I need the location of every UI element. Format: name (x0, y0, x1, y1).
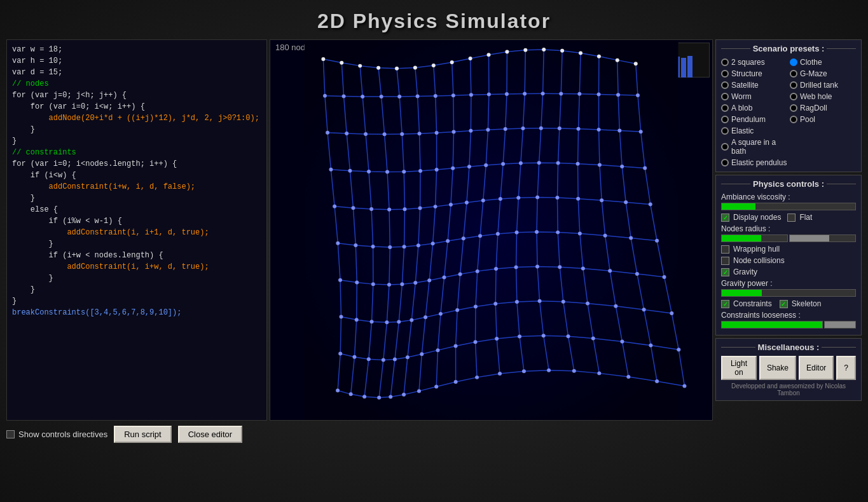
svg-point-138 (515, 300, 519, 304)
svg-point-11 (505, 50, 509, 54)
svg-point-7 (432, 64, 436, 67)
svg-point-148 (382, 358, 385, 362)
radio-drilled-tank[interactable] (790, 81, 797, 89)
svg-point-42 (418, 132, 422, 135)
svg-point-35 (616, 93, 620, 97)
preset-a-blob[interactable]: A blob (721, 103, 787, 113)
radio-worm[interactable] (721, 93, 729, 100)
svg-point-89 (624, 200, 628, 204)
credit-text: Developped and awesomized by Nicolas Tam… (721, 383, 856, 397)
preset-satellite[interactable]: Satellite (721, 80, 787, 90)
svg-point-75 (369, 207, 373, 211)
preset-drilled-tank[interactable]: Drilled tank (790, 80, 856, 90)
light-on-button[interactable]: Light on (721, 356, 757, 380)
close-editor-button[interactable]: Close editor (178, 426, 242, 443)
svg-point-86 (555, 196, 559, 200)
preset-pendulum[interactable]: Pendulum (721, 114, 787, 125)
radio-pendulum[interactable] (721, 116, 729, 123)
radio-2-squares[interactable] (721, 58, 729, 66)
preset-a-square-in-a-bath[interactable]: A square in a bath (721, 137, 787, 156)
nodes-radius-slider-1[interactable] (721, 234, 788, 242)
preset-elastic[interactable]: Elastic (721, 126, 787, 136)
simulation-canvas[interactable]: 180 nodes 604 constraints 66 fps (270, 39, 713, 421)
svg-point-80 (449, 203, 453, 207)
constraints-looseness-slider-1[interactable] (721, 321, 823, 329)
radio-satellite[interactable] (721, 81, 729, 89)
radio-g-maze[interactable] (790, 70, 797, 78)
physics-controls-section: Physics controls : Ambiance viscosity : … (715, 175, 862, 336)
node-collisions-checkbox[interactable] (721, 257, 729, 265)
preset-g-maze[interactable]: G-Maze (790, 69, 856, 79)
svg-point-46 (486, 128, 490, 132)
ambiance-viscosity-slider[interactable] (721, 203, 856, 210)
preset-pool[interactable]: Pool (790, 114, 856, 125)
editor-button[interactable]: Editor (799, 356, 834, 380)
preset-worm[interactable]: Worm (721, 92, 787, 102)
preset-web-hole[interactable]: Web hole (790, 92, 856, 102)
svg-point-85 (535, 196, 539, 200)
svg-point-128 (355, 318, 359, 322)
preset-ragdoll[interactable]: RagDoll (790, 103, 856, 113)
radio-a-square-in-a-bath[interactable] (721, 143, 729, 151)
radio-a-blob[interactable] (721, 104, 729, 112)
radio-web-hole[interactable] (790, 93, 797, 100)
skeleton-checkbox[interactable] (780, 300, 788, 308)
svg-point-103 (535, 230, 539, 234)
preset-structure[interactable]: Structure (721, 69, 787, 79)
help-button[interactable]: ? (836, 356, 856, 380)
constraints-looseness-slider-2[interactable] (824, 321, 856, 329)
svg-point-76 (387, 208, 391, 212)
title-bar: 2D Physics Simulator (0, 0, 868, 39)
wrapping-hull-checkbox[interactable] (721, 245, 729, 254)
nodes-radius-label: Nodes radius : (721, 224, 856, 233)
svg-point-111 (371, 282, 375, 286)
radio-pool[interactable] (790, 116, 797, 123)
svg-point-79 (434, 205, 437, 208)
svg-point-113 (400, 282, 404, 286)
svg-point-124 (608, 269, 612, 273)
svg-point-153 (454, 344, 458, 348)
radio-elastic-pendulus[interactable] (721, 159, 729, 166)
svg-point-30 (523, 92, 527, 95)
nodes-radius-slider-2[interactable] (789, 234, 856, 242)
shake-button[interactable]: Shake (759, 356, 796, 380)
svg-point-15 (579, 51, 582, 55)
preset-clothe[interactable]: Clothe (790, 57, 856, 67)
show-controls-checkbox[interactable] (6, 430, 15, 438)
svg-point-169 (417, 389, 421, 393)
run-script-button[interactable]: Run script (114, 426, 172, 443)
code-editor[interactable]: var w = 18;var h = 10;var d = 15;// node… (6, 39, 267, 421)
preset-2-squares[interactable]: 2 squares (721, 57, 787, 67)
svg-point-133 (424, 315, 427, 319)
constraints-checkbox[interactable] (721, 300, 729, 308)
svg-point-47 (504, 127, 507, 131)
svg-point-31 (541, 92, 545, 95)
svg-point-77 (403, 207, 406, 211)
svg-point-21 (361, 95, 364, 98)
display-nodes-checkbox[interactable] (721, 214, 729, 222)
svg-point-17 (616, 58, 619, 62)
svg-point-135 (455, 308, 459, 312)
radio-ragdoll[interactable] (790, 104, 797, 112)
svg-point-43 (435, 131, 439, 135)
cloth-simulation (270, 40, 712, 420)
preset-elastic-pendulus[interactable]: Elastic pendulus (721, 158, 787, 168)
flat-checkbox[interactable] (787, 214, 796, 222)
svg-point-174 (522, 369, 526, 373)
constraints-label: Constraints (733, 299, 772, 308)
svg-point-88 (600, 198, 603, 202)
app-title: 2D Physics Simulator (317, 10, 551, 32)
svg-point-5 (395, 67, 399, 71)
svg-point-159 (591, 336, 595, 340)
svg-point-155 (495, 337, 499, 341)
svg-point-45 (469, 129, 472, 133)
radio-structure[interactable] (721, 70, 729, 78)
svg-point-4 (376, 66, 380, 70)
gravity-checkbox[interactable] (721, 268, 729, 276)
radio-elastic[interactable] (721, 127, 729, 135)
radio-clothe[interactable] (790, 58, 797, 66)
gravity-power-slider[interactable] (721, 289, 856, 297)
svg-point-66 (519, 161, 523, 165)
svg-point-168 (402, 393, 406, 397)
svg-point-2 (340, 61, 343, 65)
